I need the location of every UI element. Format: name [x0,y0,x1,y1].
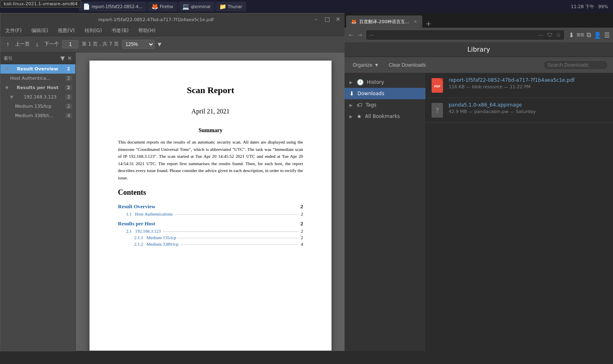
pdf-main-title: Scan Report [118,85,303,96]
firefox-url-bar[interactable]: ⋯ ⋯ 🛡 ☆ [366,30,565,40]
pdf-page: Scan Report April 21, 2021 Summary This … [89,61,332,351]
toc-item-medium-3389[interactable]: Medium 3389/t... 4 [0,111,75,120]
toc-expand-results-per-host: ▼ [5,85,9,90]
toc-link-medium-135[interactable]: 2.1.1 Medium 135/tcp [134,235,176,240]
taskbar-item-qterminal[interactable]: 💻 qterminal [178,2,214,11]
sidebar-controls: ▼ ✕ [60,55,72,61]
firefox-panel: 🦊 百度翻译-200种语言互... ✕ + ← → ⋯ ⋯ 🛡 ☆ ⬇ ≡≡ ⧉… [345,13,613,351]
toc-item-result-overview[interactable]: ▼ Result Overview 2 [0,64,75,74]
ff-forward-button[interactable]: → [357,31,363,39]
history-icon: 🕐 [357,79,364,85]
search-downloads-input[interactable] [543,60,608,70]
organize-button[interactable]: Organize ▼ [349,61,382,70]
toc-item-192-168[interactable]: ▼ 192.168.3.123 2 [0,92,75,102]
ff-profile-icon[interactable]: 👤 [593,31,602,39]
pdf-summary-heading: Summary [118,127,303,134]
nav-item-downloads[interactable]: ⬇ Downloads [345,88,425,99]
new-tab-button[interactable]: + [422,19,435,28]
download-item-pdf[interactable]: PDF report-1f5faf22-0852-47bd-a717-7f1b4… [426,73,613,98]
pdf-date: April 21, 2021 [118,108,303,115]
download-info-pdf: report-1f5faf22-0852-47bd-a717-7f1b4aea5… [449,77,608,89]
nav-label-tags: Tags [366,102,377,108]
download-item-appimage[interactable]: ? panda5.1.0-x86_64.appimage 42.9 MB — p… [426,98,613,123]
sidebar-toggle-button[interactable]: ▼ [60,55,65,61]
ff-back-button[interactable]: ← [348,31,354,39]
pdf-menu-bookmark[interactable]: 书签(B) [110,26,130,35]
ff-downloads-icon[interactable]: ⬇ [569,31,574,39]
pdf-menu-edit[interactable]: 编辑(E) [30,26,50,35]
baidu-tab-close[interactable]: ✕ [413,19,417,24]
pdf-next-label: 下一个 [44,41,59,48]
pdf-viewer-window: report-1f5faf22-0852-47bd-a717-7f1b4aea5… [0,13,346,351]
taskbar-item-report[interactable]: 📄 report-1f5faf22-0852-4... [79,2,146,11]
nav-item-tags[interactable]: ▶ 🏷 Tags [345,99,425,111]
kali-tooltip: kali-linux-2021.1-vmware-amd64 [0,0,81,8]
library-toolbar: Organize ▼ Clear Downloads [345,57,613,73]
toc-link-medium-3389[interactable]: 2.1.2 Medium 3389/tcp [134,242,179,246]
firefox-url-icons: ⋯ 🛡 ☆ [538,32,561,38]
toc-label-results-per-host: Results per Host [17,85,59,90]
firefox-taskbar-label: Firefox [160,4,173,9]
toc-label-medium-135: Medium 135/tcp [15,104,52,109]
toc-entry-192-168: 2.1 192.168.3.123 2 [118,229,303,233]
download-info-appimage: panda5.1.0-x86_64.appimage 42.9 MB — pan… [449,102,608,114]
toc-badge-medium-3389: 4 [65,113,72,118]
baidu-tab-favicon: 🦊 [351,19,357,25]
pdf-minimize-button[interactable]: － [312,16,321,23]
pdf-menu-file[interactable]: 文件(F) [4,26,23,35]
nav-label-bookmarks: All Bookmarks [365,113,400,119]
tab-baidu-translate[interactable]: 🦊 百度翻译-200种语言互... ✕ [346,15,422,28]
firefox-shield-icon: 🛡 [547,32,553,38]
taskbar-item-firefox[interactable]: 🦊 Firefox [147,2,177,11]
toc-page-192-168: 2 [301,229,303,233]
toc-item-results-per-host[interactable]: ▼ Results per Host 2 [0,83,75,92]
toc-item-medium-135[interactable]: Medium 135/tcp 2 [0,102,75,111]
download-source-pdf: blob resource [472,84,502,89]
thunar-taskbar-icon: 📁 [219,3,226,10]
os-taskbar: kali-linux-2021.1-vmware-amd64 📄 report-… [0,0,613,13]
ff-sidebar-icon[interactable]: ⧉ [587,31,591,39]
pdf-title-text: report-1f5faf22-0852-47bd-a717-7f1b4aea5… [4,17,308,22]
appimage-file-icon: ? [431,102,444,118]
clear-downloads-button[interactable]: Clear Downloads [386,61,429,70]
firefox-nav-bar: ← → ⋯ ⋯ 🛡 ☆ ⬇ ≡≡ ⧉ 👤 ☰ [345,28,613,42]
library-title: Library [467,46,490,53]
pdf-maximize-button[interactable]: □ [323,16,332,23]
toc-link-192-168[interactable]: 2.1 192.168.3.123 [126,229,161,233]
pdf-prev-button[interactable]: ↑ [4,40,12,49]
taskbar-item-thunar[interactable]: 📁 Thunar [215,2,246,11]
sidebar-close-button[interactable]: ✕ [67,55,72,61]
ff-bookmarks-icon[interactable]: ≡≡ [576,31,584,39]
nav-item-bookmarks[interactable]: ▶ ★ All Bookmarks [345,111,425,122]
pdf-menu-help[interactable]: 帮助(H) [137,26,157,35]
toc-entry-results-per-host-section: Results per Host 2 [118,220,303,227]
toc-label-host-auth: Host Authentica... [10,76,50,81]
ff-menu-button[interactable]: ☰ [604,31,610,39]
tray-time: 11:28 下午 [571,4,594,10]
toc-link-host-auth[interactable]: 1.1 Host Authentications [126,211,173,216]
firefox-taskbar-icon: 🦊 [151,3,158,10]
library-panel: Library Organize ▼ Clear Downloads ▶ 🕐 H… [345,42,613,351]
pdf-menu-view[interactable]: 视图(V) [56,26,76,35]
tray-battery: 99% [598,4,608,9]
toc-expand-result-overview: ▼ [5,67,9,71]
pdf-menu-convert[interactable]: 转到(G) [83,26,104,35]
library-header: Library [345,42,613,57]
tags-expand-icon: ▶ [349,103,353,107]
organize-dropdown-icon: ▼ [374,62,379,68]
pdf-next-button[interactable]: ↓ [33,40,41,49]
pdf-close-button[interactable]: ✕ [334,16,342,23]
toc-label-medium-3389: Medium 3389/t... [15,113,53,118]
pdf-file-icon: PDF [431,77,444,94]
toc-item-host-auth[interactable]: Host Authentica... 2 [0,74,75,83]
pdf-zoom-select[interactable]: 125% 100% 150% 75% [122,40,155,49]
toc-badge-result-overview: 2 [65,66,72,72]
nav-item-history[interactable]: ▶ 🕐 History [345,76,425,88]
bookmarks-icon: ★ [357,113,362,120]
history-expand-icon: ▶ [349,80,353,85]
unknown-icon-body: ? [432,103,443,118]
pdf-page-input[interactable] [62,40,79,48]
system-tray: 11:28 下午 99% [571,4,611,10]
library-content: ▶ 🕐 History ⬇ Downloads ▶ 🏷 Tags ▶ ★ All… [345,73,613,351]
toc-entry-result-overview-section: Result Overview 2 [118,203,303,210]
